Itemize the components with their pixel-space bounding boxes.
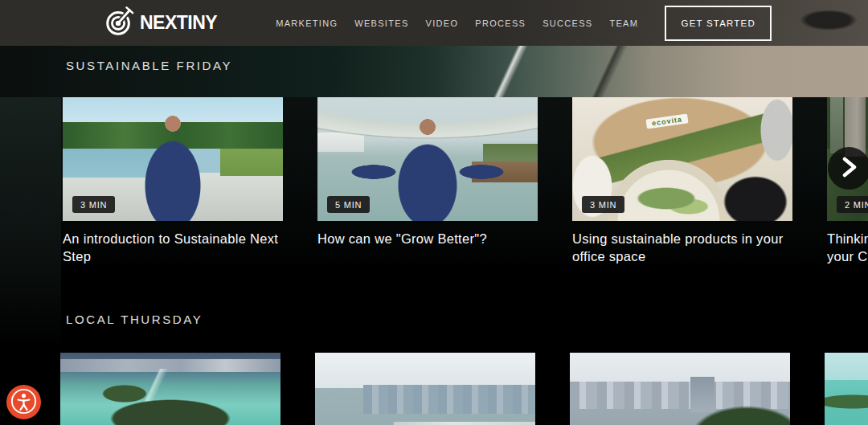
video-thumbnail[interactable]	[825, 353, 868, 425]
video-title[interactable]: An introduction to Sustainable Next Step	[63, 230, 283, 266]
video-thumbnail[interactable]	[60, 353, 280, 425]
video-card	[570, 353, 790, 425]
section-title-sustainable-friday: SUSTAINABLE FRIDAY	[66, 59, 232, 72]
target-arrow-icon	[104, 6, 134, 40]
video-row-sustainable-friday: 3 MIN An introduction to Sustainable Nex…	[63, 97, 868, 266]
nextiny-logo[interactable]: NEXTINY	[104, 6, 217, 40]
accessibility-widget-button[interactable]	[6, 385, 41, 419]
nav-item-team[interactable]: TEAM	[609, 18, 638, 28]
chevron-right-icon	[841, 157, 858, 180]
nav-item-video[interactable]: VIDEO	[426, 18, 459, 28]
video-card	[60, 353, 280, 425]
video-thumbnail[interactable]: 3 MIN	[63, 97, 283, 221]
nav-item-success[interactable]: SUCCESS	[542, 18, 592, 28]
site-header: NEXTINY MARKETING WEBSITES VIDEO PROCESS…	[0, 0, 868, 46]
video-card: 3 MIN An introduction to Sustainable Nex…	[63, 97, 283, 266]
accessibility-person-icon	[9, 386, 39, 419]
ecovita-box-label: ecovita	[645, 113, 688, 129]
video-title[interactable]: Thinkin your Cu	[827, 230, 868, 266]
video-title-line: your Cu	[827, 247, 868, 265]
nav-item-websites[interactable]: WEBSITES	[354, 18, 408, 28]
nav-item-process[interactable]: PROCESS	[475, 18, 526, 28]
background-left-edge	[0, 97, 61, 346]
carousel-next-button[interactable]	[828, 147, 868, 190]
video-row-local-thursday	[60, 353, 868, 425]
get-started-button[interactable]: GET STARTED	[665, 6, 772, 41]
video-card	[315, 353, 535, 425]
duration-badge: 5 MIN	[327, 196, 370, 213]
video-card: ecovita 3 MIN Using sustainable products…	[572, 97, 792, 266]
main-nav: MARKETING WEBSITES VIDEO PROCESS SUCCESS…	[276, 18, 638, 28]
video-title[interactable]: Using sustainable products in your offic…	[572, 230, 792, 266]
duration-badge: 3 MIN	[72, 196, 115, 213]
section-title-local-thursday: LOCAL THURSDAY	[66, 313, 203, 326]
page: NEXTINY MARKETING WEBSITES VIDEO PROCESS…	[0, 0, 868, 425]
video-title-line: Thinkin	[827, 230, 868, 247]
video-card: 5 MIN How can we "Grow Better"?	[317, 97, 538, 266]
duration-badge: 3 MIN	[582, 196, 624, 213]
video-thumbnail[interactable]	[570, 353, 790, 425]
video-thumbnail[interactable]: 5 MIN	[317, 97, 538, 221]
logo-text: NEXTINY	[140, 12, 217, 34]
video-thumbnail[interactable]: ecovita 3 MIN	[572, 97, 792, 221]
video-title[interactable]: How can we "Grow Better"?	[317, 230, 538, 247]
video-thumbnail[interactable]	[315, 353, 535, 425]
duration-badge: 2 MIN	[837, 196, 868, 213]
video-card-clipped	[825, 353, 868, 425]
nav-item-marketing[interactable]: MARKETING	[276, 18, 338, 28]
